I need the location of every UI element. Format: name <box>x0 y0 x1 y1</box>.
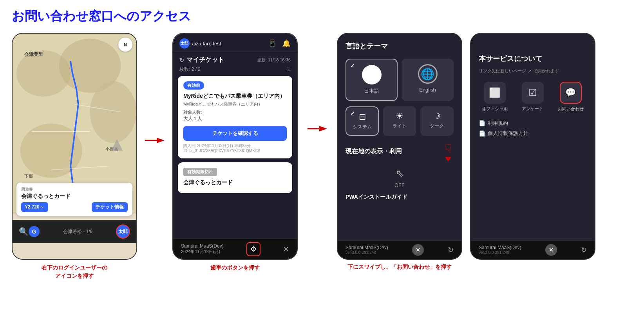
svg-point-3 <box>90 81 137 143</box>
gear-button[interactable]: ⚙ <box>246 242 260 256</box>
dark-theme[interactable]: ☽ ダーク <box>420 106 454 136</box>
close-button[interactable]: ✕ <box>283 245 289 253</box>
ticket-info-button[interactable]: チケット情報 <box>92 202 128 212</box>
doc-icon-1: 📄 <box>479 120 485 126</box>
s4-refresh-button[interactable]: ↻ <box>581 246 587 254</box>
station-row: 会津若松 - 1/9 <box>40 228 116 235</box>
contact-label: お問い合わせ <box>558 106 584 112</box>
official-label: オフィシャル <box>482 106 508 112</box>
screen2-caption: 歯車のボタンを押す <box>210 264 260 272</box>
language-grid: ✓ 日本語 🌐 English <box>346 59 454 101</box>
phone-icon[interactable]: 📱 <box>268 39 277 48</box>
s3-settings-content: 言語とテーマ ✓ 日本語 🌐 English <box>338 34 461 241</box>
location-section: 現在地の表示・利用 ☞ <box>346 141 454 162</box>
screen2-frame: 太郎 aizu.taro.test 📱 🔔 ↻ マイチケット 更新: 11/18… <box>172 33 298 260</box>
screen1-bottom-bar: 🔍 G 会津若松 - 1/9 太郎 <box>13 220 136 243</box>
service-icons-grid: ⬜ ··· オフィシャル ☑ アンケート <box>479 82 587 112</box>
screen3-caption: 下にスワイプし、「お問い合わせ」を押す <box>347 264 452 271</box>
s2-header: 太郎 aizu.taro.test 📱 🔔 <box>173 34 297 52</box>
ticket-label: 周遊券 <box>21 187 128 192</box>
svg-text:下郷: 下郷 <box>24 174 33 178</box>
svg-marker-13 <box>157 138 165 143</box>
ticket-1-card: 有効前 MyRideどこでもバス乗車券（エリア内） MyRideどこでもバス乗車… <box>178 76 292 158</box>
dark-label: ダーク <box>423 123 450 129</box>
official-item[interactable]: ⬜ ··· オフィシャル <box>479 82 511 112</box>
updated-text: 更新: 11/18 16:36 <box>257 57 291 63</box>
svg-text:会津美里: 会津美里 <box>24 52 43 57</box>
s3-close-button[interactable]: ✕ <box>412 244 424 256</box>
contact-icon-box: 💬 <box>560 82 582 104</box>
s2-user-icon: 太郎 <box>179 38 190 49</box>
privacy-label: 個人情報保護方針 <box>488 130 528 137</box>
ticket-id: ID: tk_01JCZ35AQFXVRRZY8C361QMKCS <box>183 149 287 153</box>
screen4-frame: 本サービスについて リンク先は新しいページ ↗ で開かれます ⬜ ··· <box>470 33 595 260</box>
search-icon[interactable]: 🔍 <box>19 227 29 236</box>
s4-bottom-bar: Samurai.MaaS(Dev) ver.3.0.0-291f248 ✕ ↻ <box>471 240 595 259</box>
s3-refresh-button[interactable]: ↻ <box>448 246 454 254</box>
s2-date: 2024年11月18日(月) <box>181 249 224 255</box>
system-label: システム <box>349 124 375 130</box>
official-icon-box: ⬜ ··· <box>484 82 506 104</box>
pwa-section: PWAインストールガイド <box>346 194 454 201</box>
s2-tickets-content: 有効前 MyRideどこでもバス乗車券（エリア内） MyRideどこでもバス乗車… <box>173 76 297 239</box>
bell-icon[interactable]: 🔔 <box>282 39 291 48</box>
s4-version: ver.3.0.0-291f248 <box>479 250 521 255</box>
s4-app-name: Samurai.MaaS(Dev) <box>479 245 521 250</box>
screen3-frame: 言語とテーマ ✓ 日本語 🌐 English <box>337 33 462 260</box>
ticket1-people-label: 対象人数: <box>183 110 287 115</box>
user-avatar[interactable]: 太郎 <box>116 225 130 239</box>
light-label: ライト <box>386 123 413 129</box>
privacy-link[interactable]: 📄 個人情報保護方針 <box>479 130 587 137</box>
g-icon: G <box>29 226 40 237</box>
s4-close-button[interactable]: ✕ <box>545 244 557 256</box>
ticket-price: ¥2,720～ <box>21 202 48 212</box>
light-theme[interactable]: ☀ ライト <box>383 106 416 136</box>
system-theme[interactable]: ✓ ⊟ システム <box>346 106 379 136</box>
sun-icon: ☀ <box>386 111 413 121</box>
s2-app-name: Samurai.MaaS(Dev) <box>181 243 224 249</box>
ticket1-subtitle: MyRideどこでもバス乗車券（エリア内） <box>183 101 287 107</box>
checkmark-system: ✓ <box>350 110 355 117</box>
checkmark-ja: ✓ <box>350 63 355 69</box>
japanese-option[interactable]: ✓ 日本語 <box>346 59 398 101</box>
japanese-label: 日本語 <box>351 88 392 95</box>
s2-username: aizu.taro.test <box>192 41 221 47</box>
s4-title: 本サービスについて <box>479 54 587 63</box>
ticket2-title: 会津ぐるっとカード <box>183 179 287 186</box>
valid-badge: 有効前 <box>183 81 204 90</box>
location-label: 現在地の表示・利用 <box>346 147 402 156</box>
arrow-1 <box>145 33 165 146</box>
screen1-frame: 会津美里 小野岳 下郷 N 周遊券 会津ぐるっとカード ¥2,720～ <box>12 33 137 260</box>
s3-bottom-bar: Samurai.MaaS(Dev) ver.3.0.0-291f248 ✕ ↻ <box>338 241 461 259</box>
expired-badge: 有効期限切れ <box>183 168 217 176</box>
ticket1-title: MyRideどこでもバス乗車券（エリア内） <box>183 93 287 100</box>
s2-user-badge: 太郎 aizu.taro.test <box>179 38 221 49</box>
terms-link[interactable]: 📄 利用規約 <box>479 120 587 127</box>
contact-item[interactable]: 💬 お問い合わせ <box>554 82 587 112</box>
ticket-count: 枚数: 2 / 2 <box>179 66 201 73</box>
moon-icon: ☽ <box>423 111 450 121</box>
lang-theme-title: 言語とテーマ <box>346 41 454 51</box>
screen1-ticket-card: 周遊券 会津ぐるっとカード ¥2,720～ チケット情報 <box>16 183 132 216</box>
off-icon-area: ⇖ OFF <box>346 167 454 188</box>
compass: N <box>118 38 132 52</box>
english-option[interactable]: 🌐 English <box>402 59 454 101</box>
ticket-2-card: 有効期限切れ 会津ぐるっとカード <box>178 162 292 193</box>
survey-icon-box: ☑ <box>522 82 544 104</box>
page-title: お問い合わせ窓口へのアクセス <box>12 8 632 25</box>
s3-version: ver.3.0.0-291f248 <box>346 250 388 255</box>
purchase-info: 購入日: 2024年11月18日(月) 16時35分 <box>183 143 287 149</box>
survey-item[interactable]: ☑ アンケート <box>517 82 549 112</box>
station-text: 会津若松 - 1/9 <box>63 228 92 235</box>
s4-service-content: 本サービスについて リンク先は新しいページ ↗ で開かれます ⬜ ··· <box>471 34 595 240</box>
terms-links: 📄 利用規約 📄 個人情報保護方針 <box>479 120 587 137</box>
my-ticket-title: マイチケット <box>186 56 224 64</box>
screen1-caption: 右下のログインユーザーの アイコンを押す <box>42 264 107 280</box>
survey-label: アンケート <box>522 106 543 112</box>
confirm-button[interactable]: チケットを確認する <box>183 126 287 141</box>
japanese-icon <box>362 65 382 84</box>
refresh-icon[interactable]: ↻ <box>179 57 184 63</box>
s2-count-row: 枚数: 2 / 2 ≡ <box>173 66 297 76</box>
theme-grid: ✓ ⊟ システム ☀ ライト ☽ ダーク <box>346 106 454 136</box>
filter-icon[interactable]: ≡ <box>287 66 291 73</box>
